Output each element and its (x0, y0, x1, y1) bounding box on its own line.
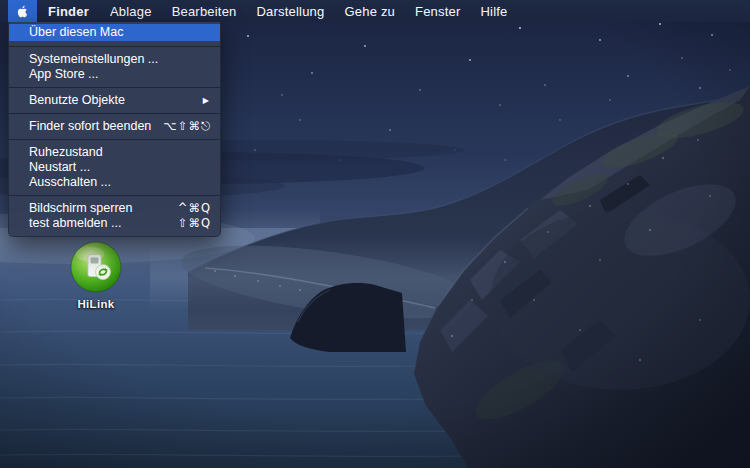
desktop-screen: HiLink FinderAblageBearbeitenDarstellung… (0, 0, 750, 468)
apple-logo-icon (16, 4, 29, 19)
menu-item-über-diesen-mac[interactable]: Über diesen Mac (9, 24, 220, 41)
menu-item-test-abmelden[interactable]: test abmelden ... ⇧⌘Q (9, 216, 220, 231)
menu-item-shortcut: ⌥⇧⌘⎋ (164, 119, 211, 134)
menubar-item-finder[interactable]: Finder (37, 0, 100, 22)
menubar-item-gehe-zu[interactable]: Gehe zu (334, 0, 405, 22)
menu-item-neustart[interactable]: Neustart ... (9, 160, 220, 175)
menu-item-label: Neustart ... (29, 160, 90, 175)
menu-separator (9, 113, 220, 114)
apple-menu-button[interactable] (8, 0, 37, 22)
menu-item-label: Über diesen Mac (29, 24, 124, 41)
menu-item-label: Ausschalten ... (29, 175, 111, 190)
menu-item-shortcut: ⇧⌘Q (178, 216, 211, 231)
menu-item-label: App Store ... (29, 67, 98, 82)
apple-menu-panel: Über diesen Mac Systemeinstellungen ... … (8, 22, 221, 237)
menu-item-label: Bildschirm sperren (29, 201, 133, 216)
submenu-arrow-icon: ▶ (203, 93, 211, 108)
menu-item-label: Benutzte Objekte (29, 93, 125, 108)
menu-item-ruhezustand[interactable]: Ruhezustand (9, 145, 220, 160)
menu-item-finder-sofort-beenden[interactable]: Finder sofort beenden ⌥⇧⌘⎋ (9, 119, 220, 134)
menubar-item-hilfe[interactable]: Hilfe (471, 0, 518, 22)
menubar-item-darstellung[interactable]: Darstellung (247, 0, 335, 22)
menu-separator (9, 87, 220, 88)
menu-item-systemeinstellungen[interactable]: Systemeinstellungen ... (9, 52, 220, 67)
menu-item-app-store[interactable]: App Store ... (9, 67, 220, 82)
menu-item-bildschirm-sperren[interactable]: Bildschirm sperren ^⌘Q (9, 201, 220, 216)
menubar-item-fenster[interactable]: Fenster (405, 0, 470, 22)
menu-separator (9, 46, 220, 47)
menubar-item-bearbeiten[interactable]: Bearbeiten (162, 0, 247, 22)
menu-item-label: Finder sofort beenden (29, 119, 151, 134)
menubar-item-ablage[interactable]: Ablage (100, 0, 162, 22)
menu-item-label: Ruhezustand (29, 145, 103, 160)
desktop-icon-hilink[interactable]: HiLink (66, 241, 126, 310)
menu-item-shortcut: ^⌘Q (178, 201, 211, 216)
desktop-icon-label: HiLink (66, 298, 126, 310)
menu-item-benutzte-objekte[interactable]: Benutzte Objekte ▶ (9, 93, 220, 108)
menu-separator (9, 195, 220, 196)
menu-item-ausschalten[interactable]: Ausschalten ... (9, 175, 220, 190)
menu-item-label: test abmelden ... (29, 216, 121, 231)
menu-item-label: Systemeinstellungen ... (29, 52, 158, 67)
menu-bar: FinderAblageBearbeitenDarstellungGehe zu… (0, 0, 750, 22)
menu-separator (9, 139, 220, 140)
hilink-app-icon (70, 241, 122, 293)
